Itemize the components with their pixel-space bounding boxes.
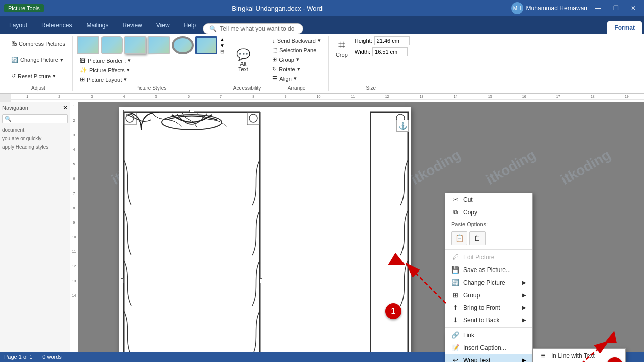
context-menu-insert-caption[interactable]: 📝 Insert Caption... <box>445 341 532 354</box>
change-picture-label: Change Picture <box>463 279 505 286</box>
picture-tools-label: Picture Tools <box>4 4 44 12</box>
context-menu-group[interactable]: ⊞ Group ▶ <box>445 289 532 301</box>
ruler-corner <box>0 94 11 102</box>
group-icon: ⊞ <box>272 56 277 63</box>
send-backward-button[interactable]: ↓ Send Backward ▾ <box>269 36 324 45</box>
wrap-icon: ↩ <box>451 356 459 362</box>
tab-review[interactable]: Review <box>115 16 149 34</box>
ribbon-group-picture-styles: ▲ ▼ ⊟ 🖼 Picture Border : ▾ ✨ Picture Eff… <box>73 36 229 91</box>
style-thumb-2[interactable] <box>101 36 123 54</box>
style-thumb-1[interactable] <box>77 36 99 54</box>
picture-border-button[interactable]: 🖼 Picture Border : ▾ <box>77 56 134 65</box>
page-info: Page 1 of 1 <box>4 354 32 360</box>
rotate-chevron-icon: ▾ <box>297 66 300 72</box>
tab-layout[interactable]: Layout <box>2 16 34 34</box>
style-thumb-3[interactable] <box>124 36 146 54</box>
tab-mailings[interactable]: Mailings <box>79 16 115 34</box>
border-icon: 🖼 <box>80 58 86 64</box>
alt-icon: 💬 <box>236 48 250 61</box>
height-input[interactable] <box>374 36 410 45</box>
close-button[interactable]: ✕ <box>627 3 640 14</box>
picture-effects-button[interactable]: ✨ Picture Effects ▾ <box>77 66 133 74</box>
accessibility-label: Accessibility <box>233 84 261 91</box>
style-thumb-5[interactable] <box>172 36 194 54</box>
tab-references[interactable]: References <box>34 16 79 34</box>
send-back-label: Send to Back <box>463 317 499 324</box>
compress-icon: 🗜 <box>11 41 17 47</box>
adjust-row2: 🔄 Change Picture ▾ <box>8 52 66 67</box>
picture-frame[interactable] <box>121 110 262 362</box>
context-menu-link[interactable]: 🔗 Link <box>445 329 532 341</box>
tab-help[interactable]: Help <box>177 16 203 34</box>
tab-format[interactable]: Format <box>607 21 642 34</box>
group-arrow-icon: ▶ <box>522 292 526 298</box>
alt-text-button[interactable]: 💬 Alt Text <box>233 47 253 74</box>
bring-front-arrow-icon: ▶ <box>522 305 526 310</box>
styles-expand[interactable]: ⊟ <box>220 49 225 54</box>
word-count: 0 words <box>42 354 62 360</box>
inline-label: In Line with Text <box>551 352 595 359</box>
chevron-down-icon2: ▾ <box>53 73 56 79</box>
rotate-button[interactable]: ↻ Rotate ▾ <box>269 65 303 73</box>
paste-icon-2[interactable]: 🗒 <box>469 231 486 245</box>
frame-svg <box>121 110 262 362</box>
save-pic-icon: 💾 <box>451 266 459 274</box>
picture-layout-button[interactable]: ⊞ Picture Layout ▾ <box>77 75 130 84</box>
selection-pane-button[interactable]: ⬚ Selection Pane <box>269 46 319 54</box>
search-input[interactable] <box>5 116 65 122</box>
width-label: Width: <box>355 49 370 55</box>
context-menu-save-picture[interactable]: 💾 Save as Picture... <box>445 263 532 276</box>
ribbon-content: 🗜 Compress Pictures 🔄 Change Picture ▾ ↺… <box>0 34 644 94</box>
styles-scroll-down[interactable]: ▼ <box>220 43 225 48</box>
context-menu-copy[interactable]: ⧉ Copy <box>445 206 532 219</box>
step-1-number: 1 <box>391 307 396 316</box>
reset-picture-button[interactable]: ↺ Reset Picture ▾ <box>8 72 59 80</box>
search-box <box>2 114 68 123</box>
minimize-button[interactable]: — <box>591 3 605 14</box>
context-menu-change-picture[interactable]: 🔄 Change Picture ▶ <box>445 276 532 289</box>
change-picture-button[interactable]: 🔄 Change Picture ▾ <box>8 56 66 64</box>
style-thumb-4[interactable] <box>148 36 170 55</box>
cut-icon: ✂ <box>451 196 459 203</box>
crop-button[interactable]: ⌗ Crop <box>333 36 351 59</box>
group-button[interactable]: ⊞ Group ▾ <box>269 55 302 64</box>
restore-button[interactable]: ❐ <box>609 3 623 14</box>
anchor-icon: ⚓ <box>396 120 409 132</box>
layout-chevron-icon: ▾ <box>124 76 127 83</box>
size-label: Size <box>333 84 410 91</box>
edit-pic-icon: 🖊 <box>451 253 459 261</box>
user-avatar: MH <box>511 2 523 14</box>
styles-scroll-up[interactable]: ▲ <box>220 37 225 42</box>
picture-styles-label: Picture Styles <box>77 84 225 91</box>
edit-picture-label: Edit Picture <box>463 254 494 261</box>
compress-pictures-button[interactable]: 🗜 Compress Pictures <box>8 40 68 48</box>
context-menu-cut[interactable]: ✂ Cut <box>445 193 532 206</box>
context-menu-wrap-text[interactable]: ↩ Wrap Text ▶ <box>445 354 532 362</box>
close-panel-button[interactable]: ✕ <box>63 104 68 111</box>
copy-icon: ⧉ <box>451 208 459 216</box>
left-panel: Navigation ✕ document. you are or quickl… <box>0 102 70 362</box>
document-area: itkoding itkoding itkoding itkoding itko… <box>78 102 644 362</box>
inline-icon: ≡ <box>539 351 547 360</box>
ribbon-group-adjust: 🗜 Compress Pictures 🔄 Change Picture ▾ ↺… <box>4 36 73 91</box>
cut-label: Cut <box>463 196 473 203</box>
insert-caption-label: Insert Caption... <box>463 344 506 351</box>
adjust-group-label: Adjust <box>8 84 68 91</box>
align-button[interactable]: ☰ Align ▾ <box>269 74 299 83</box>
context-menu-bring-front[interactable]: ⬆ Bring to Front ▶ <box>445 301 532 314</box>
width-input[interactable] <box>372 47 408 56</box>
send-back-icon: ⬇ <box>451 316 459 324</box>
crop-icon: ⌗ <box>338 38 345 52</box>
svg-rect-2 <box>121 110 262 362</box>
picture-styles-row: ▲ ▼ ⊟ <box>77 36 225 54</box>
send-backward-icon: ↓ <box>272 38 275 44</box>
watermark-text7: itkoding <box>558 147 613 188</box>
tell-me-bar[interactable]: 🔍 Tell me what you want to do <box>203 23 303 34</box>
search-icon: 🔍 <box>209 25 217 32</box>
tab-view[interactable]: View <box>149 16 177 34</box>
nav-doc-text: document. <box>2 127 68 133</box>
style-thumb-6[interactable] <box>195 36 217 54</box>
paste-icon-1[interactable]: 📋 <box>451 231 467 245</box>
ribbon-group-accessibility: 💬 Alt Text Accessibility <box>229 36 265 91</box>
context-menu-send-back[interactable]: ⬇ Send to Back ▶ <box>445 314 532 326</box>
